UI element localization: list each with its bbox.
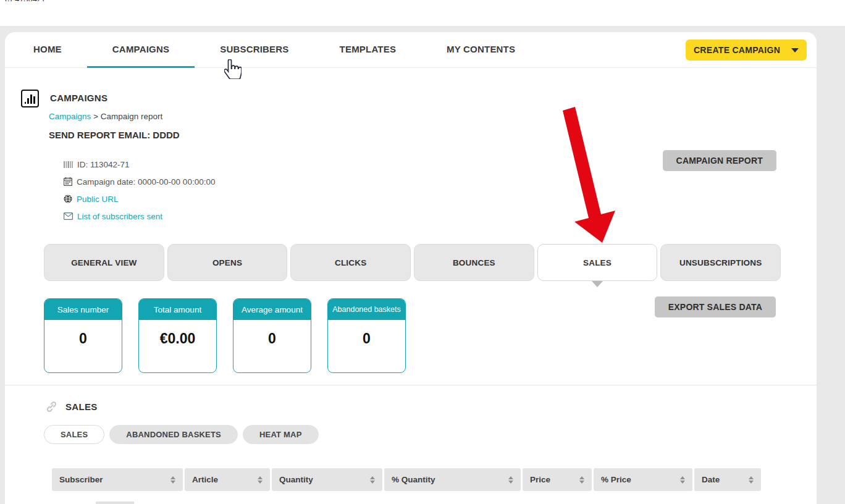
tab-unsubscriptions[interactable]: UNSUBSCRIPTIONS	[660, 244, 781, 281]
campaign-meta: ID: 113042-71 Campaign date: 0000-00-00 …	[64, 156, 215, 225]
create-campaign-label: CREATE CAMPAIGN	[694, 45, 780, 55]
stat-abandoned-baskets: Abandoned baskets 0	[327, 298, 406, 373]
sort-icon[interactable]	[508, 476, 513, 484]
stat-value: 0	[44, 320, 122, 357]
breadcrumb-separator: >	[91, 112, 100, 121]
campaign-date: Campaign date: 0000-00-00 00:00:00	[77, 177, 215, 187]
nav-item-subscribers[interactable]: SUBSCRIBERS	[195, 32, 314, 68]
sort-icon[interactable]	[680, 476, 685, 484]
sales-pills: SALES ABANDONED BASKETS HEAT MAP	[44, 425, 319, 444]
sort-icon[interactable]	[370, 476, 375, 484]
subscribers-sent-link[interactable]: List of subscribers sent	[77, 212, 162, 221]
col-label: % Quantity	[392, 475, 435, 484]
col-label: % Price	[601, 475, 631, 484]
stat-total-amount: Total amount €0.00	[138, 298, 217, 373]
main-card: HOME CAMPAIGNS SUBSCRIBERS TEMPLATES MY …	[5, 32, 817, 504]
campaign-report-button[interactable]: CAMPAIGN REPORT	[663, 150, 776, 171]
envelope-icon	[64, 212, 73, 220]
sales-stats: Sales number 0 Total amount €0.00 Averag…	[44, 298, 406, 373]
nav-item-home[interactable]: HOME	[8, 32, 87, 68]
col-article[interactable]: Article	[185, 468, 270, 491]
export-sales-data-button[interactable]: EXPORT SALES DATA	[655, 296, 776, 317]
barcode-icon	[64, 161, 73, 169]
campaign-subject: SEND REPORT EMAIL: DDDD	[49, 130, 180, 140]
nav-item-campaigns[interactable]: CAMPAIGNS	[87, 32, 195, 68]
clipped-top-text: (3-413042)	[5, 0, 44, 1]
col-label: Article	[192, 475, 218, 484]
bar-chart-icon	[21, 90, 39, 107]
col-pct-price[interactable]: % Price	[594, 468, 692, 491]
breadcrumb: Campaigns > Campaign report	[49, 112, 162, 121]
stat-label: Average amount	[233, 299, 311, 320]
chevron-down-icon	[791, 48, 799, 52]
stat-label: Abandoned baskets	[328, 299, 405, 320]
sort-icon[interactable]	[749, 476, 754, 484]
tab-general-view[interactable]: GENERAL VIEW	[44, 244, 164, 281]
col-pct-quantity[interactable]: % Quantity	[384, 468, 521, 491]
sort-icon[interactable]	[170, 476, 175, 484]
create-campaign-button[interactable]: CREATE CAMPAIGN	[686, 40, 807, 61]
tab-bounces[interactable]: BOUNCES	[414, 244, 534, 281]
col-label: Quantity	[279, 475, 313, 484]
pill-heat-map[interactable]: HEAT MAP	[243, 425, 319, 444]
col-label: Date	[702, 475, 720, 484]
meta-id-row: ID: 113042-71	[64, 156, 215, 173]
sales-table-header: Subscriber Article Quantity % Quantity P…	[52, 468, 761, 491]
breadcrumb-campaigns-link[interactable]: Campaigns	[49, 112, 91, 121]
globe-icon	[64, 195, 72, 203]
section-divider	[5, 385, 817, 385]
calendar-icon	[64, 177, 72, 186]
top-nav: HOME CAMPAIGNS SUBSCRIBERS TEMPLATES MY …	[5, 32, 817, 68]
tab-sales[interactable]: SALES	[537, 244, 658, 281]
page-title: CAMPAIGNS	[50, 93, 107, 107]
link-icon	[46, 401, 57, 412]
sales-section-title: SALES	[65, 401, 98, 412]
stat-label: Total amount	[139, 299, 216, 320]
tab-opens[interactable]: OPENS	[167, 244, 288, 281]
campaign-id: ID: 113042-71	[77, 160, 130, 169]
col-label: Price	[530, 475, 550, 484]
meta-date-row: Campaign date: 0000-00-00 00:00:00	[64, 173, 215, 190]
stat-average-amount: Average amount 0	[233, 298, 311, 373]
nav-item-my-contents[interactable]: MY CONTENTS	[421, 32, 540, 68]
nav-item-templates[interactable]: TEMPLATES	[314, 32, 422, 68]
stat-sales-number: Sales number 0	[44, 298, 122, 373]
breadcrumb-current: Campaign report	[101, 112, 163, 121]
partial-button-cutoff	[96, 502, 134, 504]
col-quantity[interactable]: Quantity	[272, 468, 382, 491]
col-price[interactable]: Price	[523, 468, 592, 491]
col-label: Subscriber	[59, 475, 103, 484]
col-date[interactable]: Date	[694, 468, 761, 491]
meta-public-url-row: Public URL	[64, 190, 215, 208]
public-url-link[interactable]: Public URL	[77, 195, 119, 204]
meta-subscribers-row: List of subscribers sent	[64, 208, 215, 225]
stat-value: €0.00	[139, 320, 216, 357]
stat-label: Sales number	[44, 299, 122, 320]
pill-abandoned-baskets[interactable]: ABANDONED BASKETS	[109, 425, 238, 444]
sort-icon[interactable]	[258, 476, 263, 484]
pill-sales[interactable]: SALES	[44, 425, 104, 444]
report-tabs: GENERAL VIEW OPENS CLICKS BOUNCES SALES …	[44, 244, 781, 281]
stat-value: 0	[233, 320, 311, 357]
stat-value: 0	[328, 320, 405, 357]
col-subscriber[interactable]: Subscriber	[52, 468, 183, 491]
sort-icon[interactable]	[579, 476, 584, 484]
tab-clicks[interactable]: CLICKS	[290, 244, 411, 281]
